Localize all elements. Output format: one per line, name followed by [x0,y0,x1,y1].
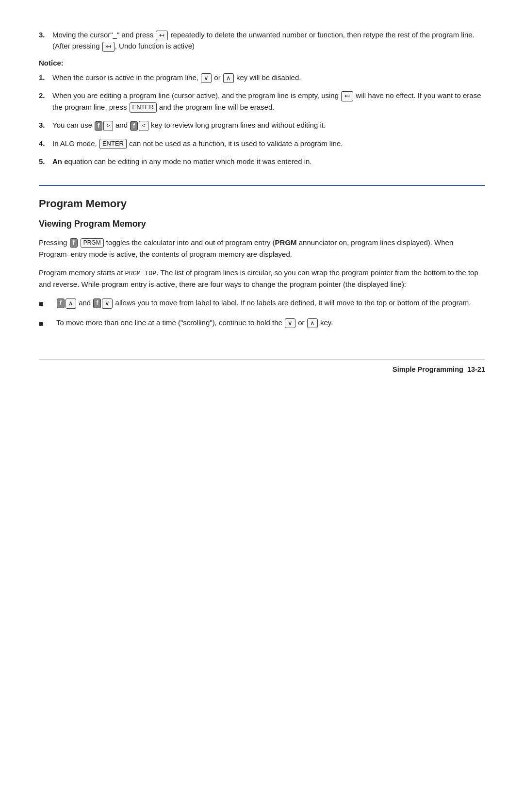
up-arrow-key-icon2: ∧ [66,298,76,309]
notice-item-1: 1. When the cursor is active in the prog… [39,72,485,83]
down-arrow-key-icon2: ∨ [102,298,113,309]
notice-text-3: You can use f> and f< key to review long… [52,119,485,131]
sub-heading: Viewing Program Memory [39,219,485,229]
notice-label: Notice: [39,59,485,67]
notice-text-5: An equation can be editing in any mode n… [52,156,485,167]
section-heading: Program Memory [39,198,485,210]
right-arrow-key-icon: > [103,121,113,131]
item-text-3: Moving the cursor"_" and press ↤ repeate… [52,29,485,52]
left-arrow-key-icon: < [139,121,148,131]
paragraph-1: Pressing f PRGM toggles the calculator i… [39,237,485,260]
notice-text-2: When you are editing a program line (cur… [52,90,485,113]
footer-text: Simple Programming 13-21 [393,365,485,373]
down-arrow-key-icon3: ∨ [285,318,295,329]
f-key-icon5: f [93,298,101,308]
bullet-text-2: To move more than one line at a time ("s… [56,317,485,330]
bullet-icon-1: ■ [39,297,56,310]
item-number-3: 3. [39,29,52,52]
down-arrow-key-icon: ∨ [201,73,212,83]
notice-item-3: 3. You can use f> and f< key to review l… [39,119,485,131]
bullet-item-2: ■ To move more than one line at a time (… [39,317,485,330]
prgm-top-code: PRGM TOP [125,270,157,277]
top-item-3: 3. Moving the cursor"_" and press ↤ repe… [39,29,485,52]
f-key-icon4: f [57,298,65,308]
bullet-text-1: f∧ and f∨ allows you to move from label … [56,297,485,310]
notice-num-1: 1. [39,72,52,83]
notice-num-5: 5. [39,156,52,167]
notice-num-3: 3. [39,119,52,131]
enter-key-icon: ENTER [130,102,157,113]
notice-text-1: When the cursor is active in the program… [52,72,485,83]
enter-key-icon2: ENTER [99,139,127,149]
section-divider [39,185,485,186]
notice-text-4: In ALG mode, ENTER can not be used as a … [52,138,485,149]
f-key-icon2: f [130,121,138,131]
backspace-key-icon: ↤ [156,31,168,41]
prgm-key-icon: PRGM [81,238,104,248]
bullet-icon-2: ■ [39,317,56,330]
f-key-icon3: f [70,238,78,248]
f-key-icon: f [95,121,102,131]
notice-num-2: 2. [39,90,52,113]
up-arrow-key-icon: ∧ [223,73,234,83]
bullet-item-1: ■ f∧ and f∨ allows you to move from labe… [39,297,485,310]
footer: Simple Programming 13-21 [39,359,485,373]
notice-num-4: 4. [39,138,52,149]
backspace-key-icon3: ↤ [341,91,353,101]
up-arrow-key-icon3: ∧ [307,318,318,329]
notice-item-2: 2. When you are editing a program line (… [39,90,485,113]
paragraph-2: Program memory starts at PRGM TOP. The l… [39,267,485,291]
notice-item-4: 4. In ALG mode, ENTER can not be used as… [39,138,485,149]
notice-item-5: 5. An equation can be editing in any mod… [39,156,485,167]
page-content: 3. Moving the cursor"_" and press ↤ repe… [39,29,485,373]
backspace-key-icon2: ↤ [102,42,115,52]
